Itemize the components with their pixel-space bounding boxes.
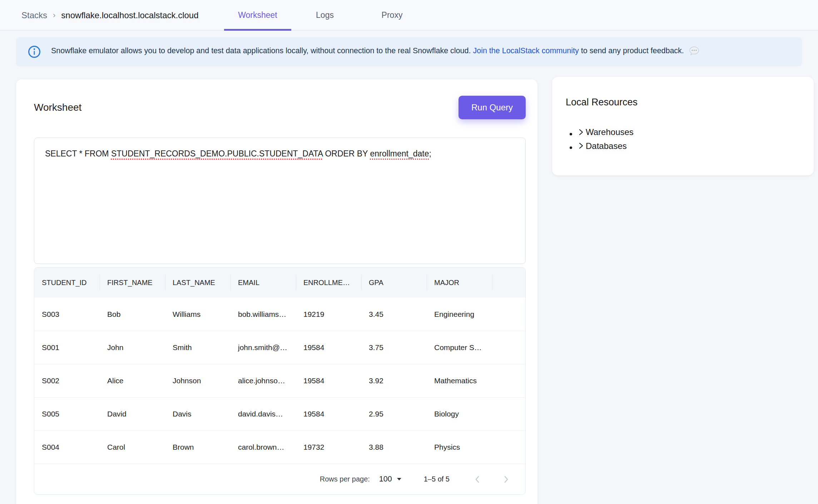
join-localstack-community-link[interactable]: Join the LocalStack community [473, 46, 579, 55]
table-cell: 3.45 [361, 310, 427, 319]
resource-label: Databases [586, 140, 627, 152]
info-icon [28, 45, 41, 59]
table-cell: 19584 [296, 376, 361, 385]
local-resources-panel: Local Resources Warehouses Databases [552, 77, 814, 175]
pagination-bar: Rows per page: 100 1–5 of 5 [34, 464, 525, 494]
table-cell: Bob [100, 310, 165, 319]
banner-text-after: to send any product feedback. [581, 46, 684, 55]
chevron-right-icon [577, 128, 585, 136]
table-cell: S005 [34, 410, 100, 418]
run-query-button[interactable]: Run Query [458, 96, 526, 119]
table-cell: 3.92 [361, 376, 427, 385]
table-cell: Johnson [165, 376, 230, 385]
column-header-enrollme[interactable]: ENROLLME… [296, 274, 361, 291]
banner-message: Snowflake emulator allows you to develop… [51, 45, 699, 59]
tab-bar: Worksheet Logs Proxy [224, 0, 426, 30]
breadcrumb: Stacks › snowflake.localhost.localstack.… [21, 0, 199, 30]
sql-token-misspelled: enrollment_date [370, 149, 429, 158]
table-cell: Smith [165, 343, 230, 352]
table-cell: Davis [165, 410, 230, 418]
table-cell: 3.88 [361, 443, 427, 451]
sql-token: ORDER BY [323, 149, 370, 158]
table-cell: Williams [165, 310, 230, 319]
table-cell: Alice [100, 376, 165, 385]
speech-bubble-icon [689, 46, 699, 59]
breadcrumb-current-stack: snowflake.localhost.localstack.cloud [61, 10, 198, 20]
worksheet-title: Worksheet [34, 102, 81, 113]
resource-tree-item-databases[interactable]: Databases [577, 140, 799, 154]
table-cell: Carol [100, 443, 165, 451]
column-header-spacer [492, 274, 525, 291]
results-table: STUDENT_IDFIRST_NAMELAST_NAMEEMAILENROLL… [34, 267, 526, 495]
chevron-left-icon [473, 475, 482, 484]
table-cell: carol.brown… [230, 443, 296, 451]
column-header-student-id[interactable]: STUDENT_ID [34, 274, 100, 291]
rows-per-page-select[interactable]: 100 [379, 475, 402, 484]
table-cell: 19584 [296, 410, 361, 418]
table-cell: S004 [34, 443, 100, 451]
column-header-email[interactable]: EMAIL [230, 274, 296, 291]
sql-token: ; [429, 149, 431, 158]
table-cell: John [100, 343, 165, 352]
column-header-last-name[interactable]: LAST_NAME [165, 274, 230, 291]
table-cell: 19219 [296, 310, 361, 319]
table-cell: john.smith@… [230, 343, 296, 352]
table-cell: Engineering [427, 310, 492, 319]
table-cell: S001 [34, 343, 100, 352]
worksheet-panel: Worksheet Run Query SELECT * FROM STUDEN… [16, 79, 537, 504]
table-cell: alice.johnso… [230, 376, 296, 385]
tab-proxy[interactable]: Proxy [358, 0, 426, 30]
chevron-right-icon [501, 475, 511, 484]
caret-down-icon [397, 478, 402, 481]
top-navigation-bar: Stacks › snowflake.localhost.localstack.… [0, 0, 818, 30]
tab-label: Proxy [382, 10, 403, 20]
breadcrumb-separator: › [53, 11, 55, 20]
table-cell: Biology [427, 410, 492, 418]
rows-per-page-label: Rows per page: [320, 475, 370, 483]
table-row[interactable]: S001JohnSmithjohn.smith@…195843.75Comput… [34, 331, 525, 364]
chevron-right-icon [577, 141, 585, 150]
column-header-first-name[interactable]: FIRST_NAME [100, 274, 165, 291]
tab-label: Logs [316, 10, 334, 20]
table-cell: Physics [427, 443, 492, 451]
resource-label: Warehouses [586, 126, 634, 138]
table-cell: 19732 [296, 443, 361, 451]
results-table-body: S003BobWilliamsbob.williams…192193.45Eng… [34, 298, 525, 464]
tab-worksheet[interactable]: Worksheet [224, 0, 291, 30]
column-header-major[interactable]: MAJOR [427, 274, 492, 291]
table-cell: Brown [165, 443, 230, 451]
resource-tree-item-warehouses[interactable]: Warehouses [577, 126, 799, 140]
table-row[interactable]: S004CarolBrowncarol.brown…197323.88Physi… [34, 430, 525, 464]
table-row[interactable]: S005DavidDavisdavid.davis…195842.95Biolo… [34, 397, 525, 430]
pagination-range: 1–5 of 5 [424, 475, 450, 483]
local-resources-tree: Warehouses Databases [566, 126, 799, 153]
table-cell: S002 [34, 376, 100, 385]
info-banner: Snowflake emulator allows you to develop… [16, 37, 802, 66]
table-cell: David [100, 410, 165, 418]
table-row[interactable]: S003BobWilliamsbob.williams…192193.45Eng… [34, 298, 525, 331]
table-cell: 19584 [296, 343, 361, 352]
sql-token-misspelled: STUDENT_RECORDS_DEMO.PUBLIC.STUDENT_DATA [111, 149, 323, 158]
sql-token: SELECT * FROM [45, 149, 111, 158]
next-page-button[interactable] [497, 471, 515, 488]
tab-label: Worksheet [238, 10, 277, 20]
table-row[interactable]: S002AliceJohnsonalice.johnso…195843.92Ma… [34, 364, 525, 397]
table-cell: bob.williams… [230, 310, 296, 319]
table-cell: 2.95 [361, 410, 427, 418]
table-cell: Computer S… [427, 343, 492, 352]
sql-query-editor[interactable]: SELECT * FROM STUDENT_RECORDS_DEMO.PUBLI… [34, 138, 526, 264]
local-resources-title: Local Resources [566, 97, 799, 108]
table-cell: Mathematics [427, 376, 492, 385]
tab-logs[interactable]: Logs [291, 0, 358, 30]
banner-text-before: Snowflake emulator allows you to develop… [51, 46, 471, 55]
table-cell: 3.75 [361, 343, 427, 352]
column-header-gpa[interactable]: GPA [361, 274, 427, 291]
table-cell: david.davis… [230, 410, 296, 418]
rows-per-page-value: 100 [379, 475, 392, 484]
worksheet-header: Worksheet Run Query [34, 96, 526, 119]
table-cell: S003 [34, 310, 100, 319]
results-table-header-row: STUDENT_IDFIRST_NAMELAST_NAMEEMAILENROLL… [34, 268, 525, 298]
previous-page-button[interactable] [469, 471, 486, 488]
breadcrumb-stacks-link[interactable]: Stacks [21, 10, 47, 20]
